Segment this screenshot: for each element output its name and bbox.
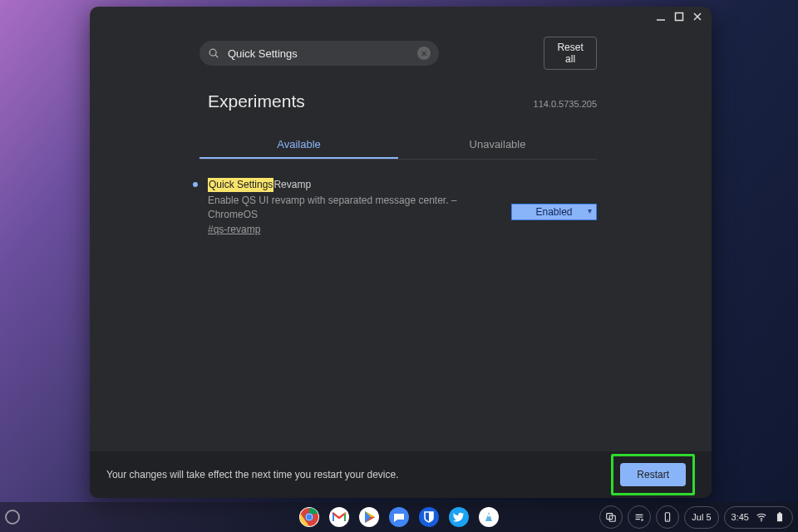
gmail-icon[interactable] bbox=[328, 506, 350, 528]
flag-description: Enable QS UI revamp with separated messa… bbox=[208, 194, 501, 222]
restart-message: Your changes will take effect the next t… bbox=[106, 469, 399, 480]
wifi-icon bbox=[756, 511, 767, 523]
tray-phone-icon[interactable] bbox=[656, 505, 679, 529]
canary-icon[interactable] bbox=[478, 506, 500, 528]
minimize-icon[interactable] bbox=[655, 11, 667, 22]
svg-point-21 bbox=[667, 520, 668, 520]
messages-icon[interactable] bbox=[388, 506, 410, 528]
svg-point-4 bbox=[209, 49, 216, 56]
window-titlebar bbox=[90, 7, 712, 27]
chrome-icon[interactable] bbox=[298, 506, 320, 528]
flag-title-highlight: Quick Settings bbox=[208, 178, 273, 192]
clear-search-icon[interactable]: ✕ bbox=[417, 47, 431, 60]
close-icon[interactable] bbox=[692, 11, 703, 22]
tray-media-icon[interactable] bbox=[628, 505, 651, 529]
svg-line-5 bbox=[215, 55, 218, 57]
flag-modified-indicator-icon bbox=[193, 182, 198, 187]
tab-unavailable[interactable]: Unavailable bbox=[398, 131, 597, 159]
flag-state-select[interactable]: Enabled bbox=[511, 204, 597, 220]
time-label: 3:45 bbox=[732, 512, 749, 522]
date-label: Jul 5 bbox=[692, 512, 711, 522]
reset-all-button[interactable]: Reset all bbox=[544, 37, 597, 70]
restart-bar: Your changes will take effect the next t… bbox=[90, 451, 712, 498]
battery-icon bbox=[774, 511, 786, 523]
tab-available[interactable]: Available bbox=[200, 131, 398, 159]
play-store-icon[interactable] bbox=[358, 506, 380, 528]
flag-row: Quick Settings Revamp Enable QS UI revam… bbox=[193, 178, 597, 237]
flag-hash-link[interactable]: #qs-revamp bbox=[208, 223, 260, 237]
content-area: ✕ Reset all Experiments 114.0.5735.205 A… bbox=[90, 27, 712, 451]
search-input[interactable] bbox=[226, 47, 417, 61]
svg-rect-24 bbox=[779, 512, 781, 514]
svg-rect-1 bbox=[676, 13, 683, 21]
svg-rect-23 bbox=[777, 514, 782, 522]
maximize-icon[interactable] bbox=[673, 11, 685, 22]
flags-window: ✕ Reset all Experiments 114.0.5735.205 A… bbox=[90, 7, 712, 498]
tabs: Available Unavailable bbox=[200, 131, 597, 160]
page-title: Experiments bbox=[208, 91, 305, 111]
shelf: Jul 5 3:45 bbox=[0, 502, 798, 532]
tray-date[interactable]: Jul 5 bbox=[684, 506, 718, 529]
tray-status[interactable]: 3:45 bbox=[724, 506, 793, 529]
twitter-icon[interactable] bbox=[448, 506, 470, 528]
tray-overview-icon[interactable] bbox=[599, 505, 623, 529]
launcher-icon[interactable] bbox=[5, 510, 20, 525]
svg-point-17 bbox=[488, 515, 490, 517]
flag-title-rest: Revamp bbox=[273, 178, 311, 192]
search-icon bbox=[208, 47, 219, 59]
search-box[interactable]: ✕ bbox=[200, 41, 439, 66]
svg-point-22 bbox=[761, 520, 762, 522]
restart-button[interactable]: Restart bbox=[620, 463, 686, 486]
restart-callout: Restart bbox=[611, 454, 695, 495]
version-label: 114.0.5735.205 bbox=[534, 99, 597, 109]
svg-point-10 bbox=[307, 515, 313, 520]
flag-title: Quick Settings Revamp bbox=[208, 178, 501, 192]
bitwarden-icon[interactable] bbox=[418, 506, 440, 528]
shelf-apps bbox=[298, 506, 500, 528]
